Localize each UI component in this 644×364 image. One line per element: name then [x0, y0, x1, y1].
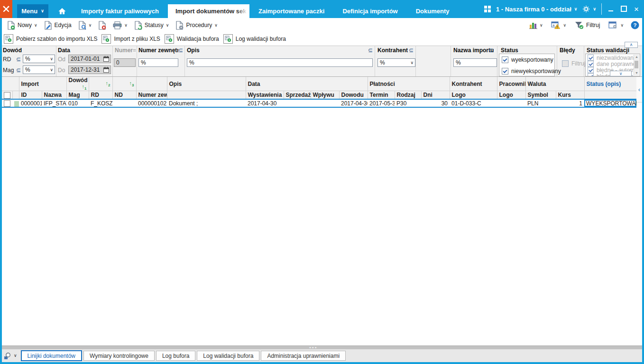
grid-header[interactable]: Logo	[450, 91, 497, 100]
bottom-tab[interactable]: Wymiary kontrolingowe	[83, 351, 155, 361]
grid-cell[interactable]: WYEKSPORTOWANY	[584, 99, 636, 107]
status-walidacji-expand-button[interactable]: ∨	[610, 71, 632, 76]
grid-cell[interactable]	[2, 99, 12, 107]
grid-cell[interactable]	[112, 99, 136, 107]
checkbox-icon[interactable]	[502, 56, 508, 63]
select-all-checkbox[interactable]	[4, 92, 10, 99]
grid-header[interactable]: RD	[89, 91, 112, 100]
maximize-button[interactable]	[620, 5, 627, 13]
grid-cell[interactable]: IFP_STAT	[42, 99, 66, 107]
grid-cell[interactable]: 2017-04-30	[246, 99, 284, 107]
grid-group-header[interactable]: Opis	[167, 77, 246, 91]
grid-cell[interactable]	[284, 99, 311, 107]
grid-header[interactable]	[12, 91, 19, 100]
grid-cell[interactable]: 30	[421, 99, 450, 107]
grid-cell[interactable]: 01-D-033-C	[450, 99, 497, 107]
grid-cell[interactable]: 000000102	[19, 99, 42, 107]
bottom-tab[interactable]: Linijki dokumentów	[21, 350, 82, 361]
bottom-tab[interactable]: Log walidacji bufora	[197, 351, 259, 361]
top-tab[interactable]: Import dokumentów sekreta	[168, 4, 249, 18]
rd-filter-select[interactable]: % ∨	[23, 55, 55, 63]
grid-group-header[interactable]: Kontrahent	[450, 77, 497, 91]
grid-header[interactable]: ID	[19, 91, 42, 100]
help-button[interactable]: ?	[629, 19, 641, 31]
edit-button[interactable]: Edycja	[41, 19, 75, 31]
grid-header[interactable]	[167, 91, 246, 100]
print-button[interactable]: ∨	[110, 19, 131, 31]
bottom-tab[interactable]: Log bufora	[156, 351, 195, 361]
grid-cell[interactable]: F_KOSZ	[89, 99, 112, 107]
delete-document-button[interactable]	[95, 19, 110, 31]
grid-header[interactable]	[584, 91, 636, 100]
window-settings-button[interactable]: ∨	[605, 19, 627, 31]
grid-header[interactable]: Wpływu	[311, 91, 339, 100]
company-selector[interactable]: 1 - Nasza firma 0 - oddział ∨	[496, 6, 578, 13]
filter-numer-zewnetrzny-operator[interactable]: ⊆	[178, 47, 183, 54]
xls-action-button[interactable]: Walidacja bufora	[165, 34, 219, 44]
search-document-button[interactable]: ∨	[75, 19, 95, 31]
grid-group-header[interactable]	[136, 77, 167, 91]
date-to-field[interactable]: 2017-12-31	[68, 65, 111, 74]
grid-header[interactable]: Symbol	[525, 91, 556, 100]
opis-filter-input[interactable]: %	[187, 58, 373, 67]
top-tab[interactable]: Zaimportowane paczki	[249, 4, 333, 18]
grid-header[interactable]: Dowodu	[339, 91, 368, 100]
grid-group-header[interactable]: Waluta	[525, 77, 584, 91]
row-checkbox[interactable]	[4, 100, 10, 107]
grid-header[interactable]: Dni	[421, 91, 450, 100]
grid-group-header[interactable]: Płatności	[368, 77, 450, 91]
top-tab[interactable]: Definicja importów	[333, 4, 406, 18]
xls-action-button[interactable]: Pobierz szablon do importu XLS	[4, 34, 97, 44]
grid-header[interactable]: Termin	[368, 91, 395, 100]
scroll-up-icon[interactable]: ▲	[634, 55, 639, 59]
grid-header[interactable]: Numer zewn.	[136, 91, 167, 100]
zoom-menu-button[interactable]: ∨	[4, 352, 17, 360]
filter-rd-operator[interactable]: ⊆	[16, 56, 21, 63]
grid-header[interactable]: ND	[112, 91, 136, 100]
grid-group-header[interactable]: Status (opis)	[584, 77, 636, 91]
procedures-button[interactable]: Procedury ∨	[172, 19, 221, 31]
grid-header[interactable]: Rodzaj	[395, 91, 421, 100]
grid-header[interactable]	[2, 91, 12, 100]
grid-cell[interactable]	[12, 99, 19, 107]
grid-cell[interactable]: Dokument ;	[167, 99, 246, 107]
collapse-side-panel-button[interactable]: ‹	[636, 77, 642, 103]
filter-mag-operator[interactable]: ⊆	[16, 67, 21, 74]
menu-button[interactable]: Menu ∨	[17, 4, 48, 18]
grid-group-header[interactable]	[2, 77, 19, 91]
grid-group-header[interactable]: Import	[19, 77, 66, 91]
numer-zewnetrzny-filter-input[interactable]: %	[138, 58, 178, 67]
grid-cell[interactable]	[311, 99, 339, 107]
app-logo-icon[interactable]	[0, 0, 12, 18]
settings-menu[interactable]: ∨	[582, 5, 596, 13]
collapse-filters-button[interactable]: ∧	[625, 42, 638, 48]
status-walidacji-scrollbar[interactable]: ▲ ▼	[634, 55, 639, 75]
grid-header[interactable]: Wystawienia	[246, 91, 284, 100]
grid-cell[interactable]: 000000102	[136, 99, 167, 107]
home-button[interactable]	[56, 4, 68, 18]
grid-group-header[interactable]: ↑2	[89, 77, 112, 91]
grid-group-header[interactable]: ↑3	[112, 77, 136, 91]
minimize-button[interactable]	[607, 5, 615, 13]
grid-header[interactable]: Nazwa	[42, 91, 66, 100]
chart-view-button[interactable]: ∨	[526, 19, 546, 31]
top-tab[interactable]: Importy faktur paliwowych	[72, 4, 168, 18]
date-from-field[interactable]: 2017-01-01	[68, 55, 111, 63]
grid-header[interactable]: Logo	[497, 91, 525, 100]
grid-group-header[interactable]: Data	[246, 77, 368, 91]
nazwa-importu-filter-input[interactable]: %	[453, 58, 497, 67]
grid-row[interactable]: 000000102IFP_STAT010F_KOSZ000000102Dokum…	[2, 99, 636, 107]
grid-cell[interactable]: 2017-04-30	[339, 99, 368, 107]
xls-action-button[interactable]: Log walidacji bufora	[223, 34, 286, 44]
checkbox-icon[interactable]	[502, 68, 508, 75]
filter-opis-operator[interactable]: ⊆	[368, 47, 373, 54]
xls-action-button[interactable]: Import z pliku XLS	[101, 34, 160, 44]
scrollbar-thumb[interactable]	[635, 61, 638, 68]
kontrahent-filter-select[interactable]: % ∨	[377, 58, 415, 67]
new-button[interactable]: Nowy ∨	[4, 19, 41, 31]
grid-cell[interactable]: 010	[66, 99, 89, 107]
status-option-wyeksportowany[interactable]: wyeksportowany	[502, 56, 553, 63]
grid-cell[interactable]: 1	[556, 99, 584, 107]
horizontal-splitter[interactable]: •••	[2, 345, 642, 349]
mag-filter-select[interactable]: % ∨	[23, 65, 55, 74]
